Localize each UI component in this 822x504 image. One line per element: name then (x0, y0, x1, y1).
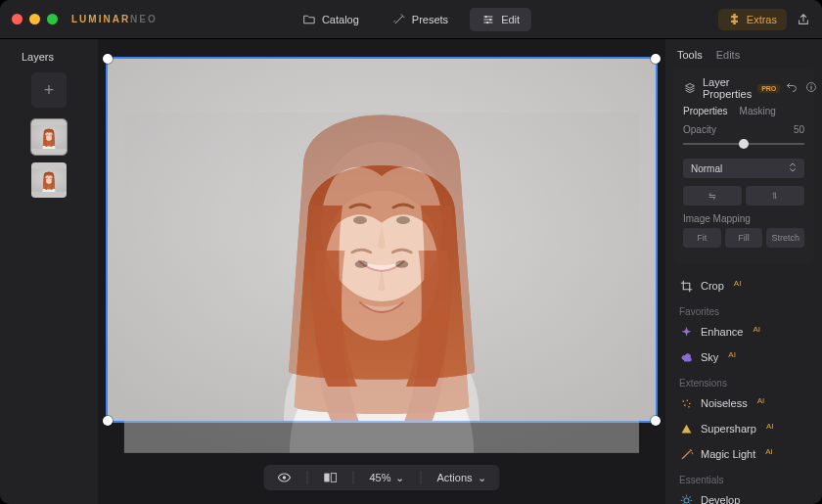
flip-vertical-button[interactable]: ⥮ (746, 186, 804, 206)
cloud-icon (679, 350, 693, 364)
noise-icon (679, 396, 693, 410)
tab-catalog[interactable]: Catalog (291, 8, 371, 31)
title-bar: LUMINARNEO Catalog Presets Edit (0, 0, 822, 39)
canvas-toolbar: 45%⌄ Actions ⌄ (263, 465, 499, 490)
svg-rect-11 (331, 474, 336, 482)
tool-sky[interactable]: SkyAI (665, 344, 822, 370)
svg-point-7 (489, 18, 491, 20)
actions-dropdown[interactable]: Actions ⌄ (436, 472, 485, 484)
mode-tabs: Catalog Presets Edit (291, 8, 531, 31)
share-icon[interactable] (797, 13, 810, 26)
svg-point-8 (486, 21, 488, 23)
canvas[interactable] (108, 59, 656, 421)
tool-develop[interactable]: Develop (665, 487, 822, 504)
tool-magiclight[interactable]: Magic LightAI (665, 441, 822, 467)
layer-properties-card: Layer Properties PRO Properties Masking (673, 69, 814, 263)
tool-noiseless[interactable]: NoiselessAI (665, 390, 822, 416)
tool-supersharp[interactable]: SupersharpAI (665, 416, 822, 441)
svg-point-15 (688, 402, 690, 404)
divider (420, 471, 421, 484)
compare-icon (323, 471, 337, 484)
layer-thumbnail-1[interactable] (31, 119, 67, 155)
image-mapping-label: Image Mapping (683, 213, 804, 224)
close-icon[interactable] (12, 14, 23, 24)
undo-icon[interactable] (786, 81, 798, 95)
svg-point-16 (684, 404, 686, 406)
sliders-icon (481, 13, 495, 26)
triangle-icon (679, 422, 693, 435)
sun-icon (679, 493, 693, 504)
subtab-properties[interactable]: Properties (683, 106, 728, 116)
pro-badge: PRO (757, 84, 780, 93)
zoom-dropdown[interactable]: 45%⌄ (369, 472, 404, 484)
crop-icon (679, 279, 693, 293)
layer-thumbnail-2[interactable] (31, 162, 67, 198)
tool-crop[interactable]: CropAI (665, 273, 822, 298)
group-favorites: Favorites (665, 298, 822, 319)
mapping-fit-button[interactable]: Fit (683, 228, 721, 248)
svg-rect-10 (324, 474, 329, 482)
canvas-area: 45%⌄ Actions ⌄ (98, 39, 665, 504)
opacity-slider[interactable] (683, 137, 804, 151)
group-extensions: Extensions (665, 370, 822, 390)
transform-handle-bl[interactable] (103, 416, 113, 426)
blend-mode-select[interactable]: Normal (683, 159, 804, 178)
folder-icon (302, 13, 316, 26)
layers-icon (683, 81, 697, 95)
visibility-toggle[interactable] (277, 471, 291, 484)
flip-horizontal-button[interactable]: ⇋ (683, 186, 742, 206)
svg-point-17 (688, 405, 690, 407)
svg-point-9 (283, 476, 287, 480)
divider (352, 471, 353, 484)
layer-properties-title: Layer Properties (703, 76, 752, 100)
add-layer-button[interactable]: + (31, 72, 67, 108)
main-area: Layers + (0, 39, 822, 504)
layers-title: Layers (0, 51, 54, 63)
opacity-value: 50 (794, 124, 804, 135)
tool-enhance[interactable]: EnhanceAI (665, 319, 822, 344)
puzzle-icon (728, 13, 742, 26)
tools-panel: Tools Edits Layer Properties PRO (665, 39, 822, 504)
panel-tab-tools[interactable]: Tools (677, 49, 703, 61)
svg-point-18 (684, 498, 689, 503)
sparkle-icon (679, 325, 693, 339)
minimize-icon[interactable] (29, 14, 40, 24)
wand-sparkle-icon (679, 447, 693, 461)
layers-sidebar: Layers + (0, 39, 98, 504)
slider-thumb[interactable] (739, 139, 749, 149)
canvas-image-overlay (124, 113, 639, 453)
extras-button[interactable]: Extras (718, 9, 787, 30)
chevron-up-down-icon (789, 162, 797, 174)
maximize-icon[interactable] (47, 14, 58, 24)
svg-point-6 (485, 15, 487, 17)
app-logo: LUMINARNEO (71, 14, 158, 24)
wand-icon (392, 13, 406, 26)
panel-tabs: Tools Edits (665, 49, 822, 69)
app-window: LUMINARNEO Catalog Presets Edit (0, 0, 822, 504)
tab-presets[interactable]: Presets (381, 8, 460, 31)
tab-edit[interactable]: Edit (470, 8, 531, 31)
group-essentials: Essentials (665, 467, 822, 487)
window-controls (12, 14, 58, 24)
mapping-fill-button[interactable]: Fill (725, 228, 763, 248)
panel-tab-edits[interactable]: Edits (716, 49, 740, 61)
compare-toggle[interactable] (323, 471, 337, 484)
mapping-stretch-button[interactable]: Stretch (766, 228, 804, 248)
transform-handle-br[interactable] (651, 416, 661, 426)
divider (306, 471, 307, 484)
opacity-label: Opacity (683, 124, 716, 135)
transform-handle-tl[interactable] (103, 54, 113, 64)
svg-point-14 (686, 399, 688, 401)
svg-point-13 (682, 400, 684, 402)
eye-icon (277, 471, 291, 484)
info-icon[interactable] (805, 81, 817, 95)
transform-handle-tr[interactable] (651, 54, 661, 64)
subtab-masking[interactable]: Masking (740, 106, 776, 116)
